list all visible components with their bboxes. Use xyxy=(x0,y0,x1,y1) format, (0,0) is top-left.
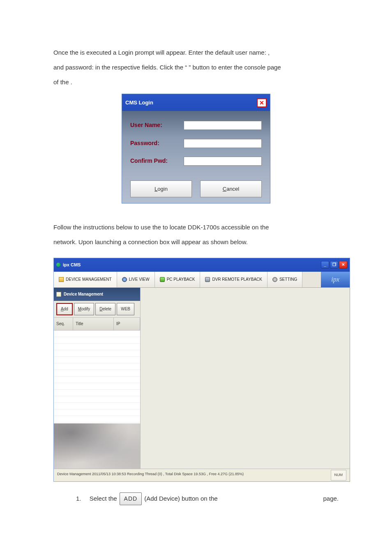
left-panel: Device Management Add Modify Delete WEB … xyxy=(54,288,141,469)
add-device-button[interactable]: ADD xyxy=(120,492,142,505)
text: , xyxy=(268,49,270,56)
cms-titlebar: ipx CMS _ ❐ ✕ xyxy=(54,258,350,271)
folder-icon xyxy=(59,277,64,282)
status-bar: Device Management 2011/05/13 10:38:53 Re… xyxy=(54,469,350,481)
text: to locate DDK-1700s accessible on the xyxy=(163,224,269,231)
tab-label: DEVICE MANAGEMENT xyxy=(66,275,112,284)
text: Once the xyxy=(53,49,80,56)
text: is executed a Login prompt will appear. … xyxy=(80,49,268,56)
text: in the respective fields. Click the “ xyxy=(95,64,187,71)
step-number: 1. xyxy=(76,494,81,504)
close-icon[interactable]: ✕ xyxy=(339,261,347,268)
username-label: User Name: xyxy=(130,118,184,132)
status-text: Device Management 2011/05/13 10:38:53 Re… xyxy=(57,470,244,481)
panel-title: Device Management xyxy=(54,288,140,301)
text: network. Upon launching xyxy=(53,238,123,245)
maximize-icon[interactable]: ❐ xyxy=(330,261,338,268)
password-input[interactable] xyxy=(184,139,262,148)
globe-icon xyxy=(122,277,127,282)
step-1: 1. Select the ADD (Add Device) button on… xyxy=(76,492,339,505)
col-title: Title xyxy=(73,318,114,330)
tab-setting[interactable]: SETTING xyxy=(267,272,302,287)
login-button[interactable]: Login xyxy=(130,180,192,197)
col-ip: IP xyxy=(114,318,140,330)
text: . xyxy=(71,79,72,86)
text: and password: xyxy=(53,64,95,71)
device-list-body[interactable] xyxy=(54,331,140,423)
tab-label: LIVE VIEW xyxy=(129,275,150,284)
ipx-cms-window: ipx CMS _ ❐ ✕ DEVICE MANAGEMENT LIVE VIE… xyxy=(53,258,350,481)
add-button[interactable]: Add xyxy=(56,303,73,315)
confirmpwd-input[interactable] xyxy=(184,157,262,166)
numlock-indicator: NUM xyxy=(331,470,347,481)
disk-icon xyxy=(205,277,210,282)
app-icon xyxy=(56,263,60,267)
cms-tabbar: DEVICE MANAGEMENT LIVE VIEW PC PLAYBACK … xyxy=(54,272,350,288)
confirmpwd-label: Confirm Pwd: xyxy=(130,154,184,168)
decorative-image xyxy=(54,423,140,469)
ipx-logo: ipx xyxy=(321,272,350,287)
play-icon xyxy=(160,277,165,282)
username-input[interactable] xyxy=(184,121,262,130)
cms-login-title: CMS Login xyxy=(125,96,153,109)
text: ” button to enter the console page xyxy=(189,64,281,71)
text: Follow the instructions below to use the xyxy=(53,224,163,231)
list-icon xyxy=(56,292,61,297)
cms-login-titlebar: CMS Login ✕ xyxy=(122,94,270,111)
tab-label: PC PLAYBACK xyxy=(167,275,195,284)
col-seq: Seq. xyxy=(54,318,73,330)
tab-label: DVR REMOTE PLAYBACK xyxy=(212,275,262,284)
text: of the xyxy=(53,79,71,86)
modify-button[interactable]: Modify xyxy=(74,303,94,315)
cancel-button[interactable]: Cancel xyxy=(200,180,262,197)
tab-device-management[interactable]: DEVICE MANAGEMENT xyxy=(54,272,117,287)
close-icon[interactable]: ✕ xyxy=(257,98,267,107)
cms-window-title: ipx CMS xyxy=(63,259,81,270)
right-panel xyxy=(141,288,350,469)
device-list-header: Seq. Title IP xyxy=(54,317,140,331)
text: (Add Device) button on the xyxy=(144,494,217,504)
tab-live-view[interactable]: LIVE VIEW xyxy=(117,272,155,287)
tab-label: SETTING xyxy=(279,275,297,284)
minimize-icon[interactable]: _ xyxy=(321,261,329,268)
cms-login-dialog: CMS Login ✕ User Name: Password: Confirm… xyxy=(122,94,270,203)
tab-dvr-remote-playback[interactable]: DVR REMOTE PLAYBACK xyxy=(200,272,267,287)
text: a connection box will appear as shown be… xyxy=(123,238,248,245)
gear-icon xyxy=(272,277,277,282)
text: page. xyxy=(323,494,339,504)
instructions-paragraph: Follow the instructions below to use the… xyxy=(53,220,339,250)
intro-paragraph: Once the is executed a Login prompt will… xyxy=(53,45,339,90)
password-label: Password: xyxy=(130,136,184,150)
web-button[interactable]: WEB xyxy=(117,303,134,315)
delete-button[interactable]: Delete xyxy=(95,303,115,315)
tab-pc-playback[interactable]: PC PLAYBACK xyxy=(155,272,201,287)
text: Select the xyxy=(90,494,117,504)
panel-title-label: Device Management xyxy=(64,289,103,299)
